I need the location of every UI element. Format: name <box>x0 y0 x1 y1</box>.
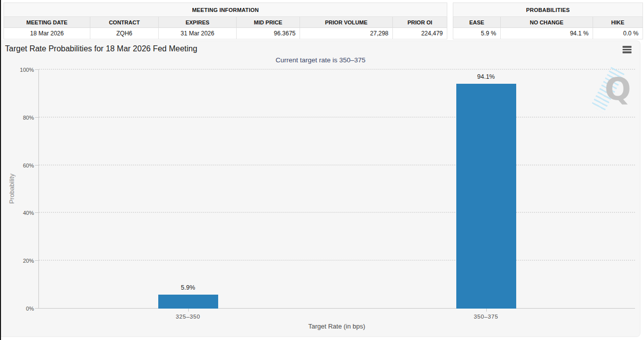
table-row: 18 Mar 2026 ZQH6 31 Mar 2026 96.3675 27,… <box>4 28 447 39</box>
probabilities-title: PROBABILITIES <box>453 3 643 17</box>
hamburger-menu-icon[interactable] <box>623 46 632 54</box>
cell-meeting-date: 18 Mar 2026 <box>4 28 90 39</box>
y-axis-tick-label: 60% <box>11 163 34 168</box>
y-axis-tick-label: 80% <box>11 115 34 120</box>
col-no-change: NO CHANGE <box>500 17 593 28</box>
probability-bar[interactable] <box>158 295 218 309</box>
meeting-information-title: MEETING INFORMATION <box>4 3 447 17</box>
probability-bar[interactable] <box>456 84 516 309</box>
col-hike: HIKE <box>593 17 643 28</box>
watermark-q-letter: Q <box>605 74 631 105</box>
y-axis-tick <box>35 165 39 166</box>
cell-prior-volume: 27,298 <box>300 28 393 39</box>
gridline <box>39 212 635 213</box>
y-axis-title: Probability <box>8 171 15 206</box>
chart-subtitle: Current target rate is 350–375 <box>1 56 640 64</box>
gridline <box>39 69 635 70</box>
y-axis-tick <box>35 117 39 118</box>
x-axis-title: Target Rate (in bps) <box>38 323 635 330</box>
x-axis-tick <box>188 309 189 312</box>
fedwatch-page: MEETING INFORMATION MEETING DATE CONTRAC… <box>0 0 644 340</box>
col-meeting-date: MEETING DATE <box>4 17 90 28</box>
y-axis-tick-label: 100% <box>11 67 34 73</box>
meeting-information-table: MEETING INFORMATION MEETING DATE CONTRAC… <box>3 2 447 39</box>
col-prior-volume: PRIOR VOLUME <box>300 17 393 28</box>
y-axis-tick-label: 40% <box>11 210 34 216</box>
plot-area: Probability 0%20%40%60%80%100%5.9%325–35… <box>38 70 635 309</box>
probabilities-table: PROBABILITIES EASE NO CHANGE HIKE 5.9 % … <box>453 2 643 39</box>
cell-contract: ZQH6 <box>90 28 159 39</box>
cell-expires: 31 Mar 2026 <box>159 28 237 39</box>
gridline <box>39 117 635 118</box>
x-axis-tick-label: 350–375 <box>456 314 516 320</box>
y-axis-tick-label: 20% <box>11 258 34 264</box>
gridline <box>39 260 635 261</box>
gridline <box>39 165 635 166</box>
chart-panel: Target Rate Probabilities for 18 Mar 202… <box>1 40 641 337</box>
y-axis-tick <box>35 212 39 213</box>
y-axis-tick <box>35 69 39 70</box>
table-row: 5.9 % 94.1 % 0.0 % <box>453 28 643 39</box>
bar-value-label: 94.1% <box>456 73 516 80</box>
cell-no-change: 94.1 % <box>500 28 593 39</box>
cell-prior-oi: 224,479 <box>393 28 447 39</box>
quikstrike-watermark: Q <box>599 70 632 110</box>
cell-mid-price: 96.3675 <box>237 28 300 39</box>
col-ease: EASE <box>453 17 500 28</box>
gridline <box>39 308 635 309</box>
y-axis-tick-label: 0% <box>11 306 34 312</box>
col-mid-price: MID PRICE <box>237 17 300 28</box>
chart-title: Target Rate Probabilities for 18 Mar 202… <box>5 44 197 53</box>
col-prior-oi: PRIOR OI <box>393 17 447 28</box>
cell-ease: 5.9 % <box>453 28 500 39</box>
top-tables: MEETING INFORMATION MEETING DATE CONTRAC… <box>3 2 643 39</box>
bar-value-label: 5.9% <box>158 284 218 291</box>
y-axis-tick <box>35 308 39 309</box>
col-expires: EXPIRES <box>159 17 237 28</box>
col-contract: CONTRACT <box>90 17 159 28</box>
y-axis-tick <box>35 260 39 261</box>
x-axis-tick-label: 325–350 <box>158 314 218 320</box>
cell-hike: 0.0 % <box>593 28 643 39</box>
x-axis-tick <box>486 309 487 312</box>
